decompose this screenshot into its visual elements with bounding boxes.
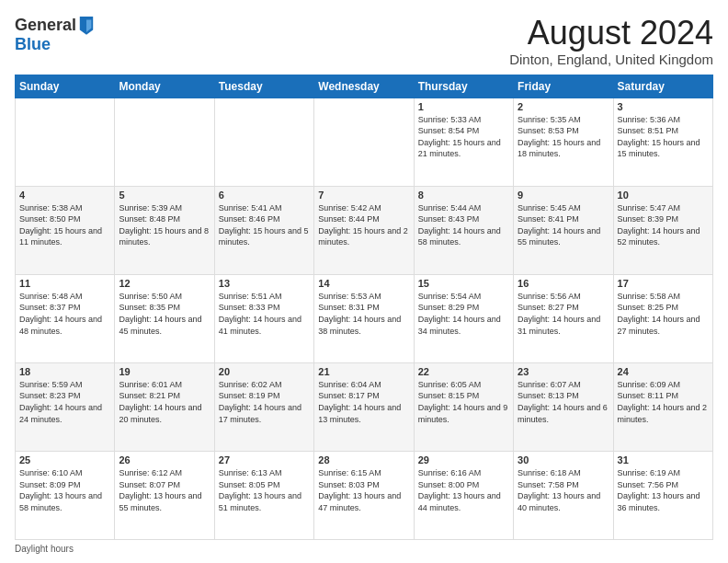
day-number: 3: [618, 101, 709, 112]
day-number: 23: [518, 366, 609, 377]
logo: General Blue: [15, 15, 95, 54]
day-cell: [314, 98, 414, 186]
day-info: Sunrise: 6:19 AM Sunset: 7:56 PM Dayligh…: [618, 467, 709, 513]
day-cell: 30Sunrise: 6:18 AM Sunset: 7:58 PM Dayli…: [514, 451, 613, 539]
day-cell: 15Sunrise: 5:54 AM Sunset: 8:29 PM Dayli…: [414, 274, 513, 362]
day-number: 4: [19, 190, 110, 201]
day-number: 15: [418, 278, 509, 289]
day-cell: 9Sunrise: 5:45 AM Sunset: 8:41 PM Daylig…: [514, 186, 613, 274]
day-info: Sunrise: 6:15 AM Sunset: 8:03 PM Dayligh…: [318, 467, 409, 513]
day-info: Sunrise: 6:16 AM Sunset: 8:00 PM Dayligh…: [418, 467, 509, 513]
day-cell: 6Sunrise: 5:41 AM Sunset: 8:46 PM Daylig…: [214, 186, 313, 274]
day-info: Sunrise: 6:12 AM Sunset: 8:07 PM Dayligh…: [119, 467, 210, 513]
logo-blue-text: Blue: [15, 35, 51, 53]
col-wednesday: Wednesday: [314, 75, 414, 98]
day-number: 6: [219, 190, 310, 201]
day-cell: 18Sunrise: 5:59 AM Sunset: 8:23 PM Dayli…: [16, 362, 115, 451]
day-cell: 5Sunrise: 5:39 AM Sunset: 8:48 PM Daylig…: [115, 186, 214, 274]
day-cell: 19Sunrise: 6:01 AM Sunset: 8:21 PM Dayli…: [115, 362, 214, 451]
day-cell: 3Sunrise: 5:36 AM Sunset: 8:51 PM Daylig…: [613, 98, 712, 186]
day-info: Sunrise: 5:41 AM Sunset: 8:46 PM Dayligh…: [219, 202, 310, 248]
day-number: 8: [418, 190, 509, 201]
day-number: 14: [318, 278, 409, 289]
title-block: August 2024 Dinton, England, United King…: [509, 15, 713, 67]
day-info: Sunrise: 6:07 AM Sunset: 8:13 PM Dayligh…: [518, 379, 609, 425]
day-number: 21: [318, 366, 409, 377]
footer-note: Daylight hours: [15, 544, 713, 554]
day-cell: 31Sunrise: 6:19 AM Sunset: 7:56 PM Dayli…: [613, 451, 712, 539]
logo-general-text: General: [15, 16, 76, 35]
day-info: Sunrise: 5:44 AM Sunset: 8:43 PM Dayligh…: [418, 202, 509, 248]
day-cell: [16, 98, 115, 186]
week-row-2: 11Sunrise: 5:48 AM Sunset: 8:37 PM Dayli…: [16, 274, 713, 362]
day-info: Sunrise: 5:48 AM Sunset: 8:37 PM Dayligh…: [19, 291, 110, 337]
day-cell: 4Sunrise: 5:38 AM Sunset: 8:50 PM Daylig…: [16, 186, 115, 274]
day-cell: 7Sunrise: 5:42 AM Sunset: 8:44 PM Daylig…: [314, 186, 414, 274]
day-cell: 26Sunrise: 6:12 AM Sunset: 8:07 PM Dayli…: [115, 451, 214, 539]
day-info: Sunrise: 6:13 AM Sunset: 8:05 PM Dayligh…: [219, 467, 310, 513]
page: General Blue August 2024 Dinton, England…: [0, 0, 728, 563]
day-cell: 21Sunrise: 6:04 AM Sunset: 8:17 PM Dayli…: [314, 362, 414, 451]
col-monday: Monday: [115, 75, 214, 98]
col-sunday: Sunday: [16, 75, 115, 98]
daylight-label: Daylight hours: [15, 544, 74, 554]
day-number: 31: [618, 454, 709, 465]
day-cell: 1Sunrise: 5:33 AM Sunset: 8:54 PM Daylig…: [414, 98, 513, 186]
day-number: 22: [418, 366, 509, 377]
col-thursday: Thursday: [414, 75, 513, 98]
day-info: Sunrise: 6:18 AM Sunset: 7:58 PM Dayligh…: [518, 467, 609, 513]
header: General Blue August 2024 Dinton, England…: [15, 15, 713, 67]
day-cell: 11Sunrise: 5:48 AM Sunset: 8:37 PM Dayli…: [16, 274, 115, 362]
day-number: 20: [219, 366, 310, 377]
day-info: Sunrise: 5:33 AM Sunset: 8:54 PM Dayligh…: [418, 114, 509, 160]
day-number: 7: [318, 190, 409, 201]
day-info: Sunrise: 6:09 AM Sunset: 8:11 PM Dayligh…: [618, 379, 709, 425]
day-number: 26: [119, 454, 210, 465]
day-number: 16: [518, 278, 609, 289]
day-info: Sunrise: 5:39 AM Sunset: 8:48 PM Dayligh…: [119, 202, 210, 248]
calendar-table: Sunday Monday Tuesday Wednesday Thursday…: [15, 75, 713, 540]
day-info: Sunrise: 6:04 AM Sunset: 8:17 PM Dayligh…: [318, 379, 409, 425]
day-cell: 22Sunrise: 6:05 AM Sunset: 8:15 PM Dayli…: [414, 362, 513, 451]
day-info: Sunrise: 5:54 AM Sunset: 8:29 PM Dayligh…: [418, 291, 509, 337]
col-tuesday: Tuesday: [214, 75, 313, 98]
week-row-1: 4Sunrise: 5:38 AM Sunset: 8:50 PM Daylig…: [16, 186, 713, 274]
day-info: Sunrise: 5:47 AM Sunset: 8:39 PM Dayligh…: [618, 202, 709, 248]
day-info: Sunrise: 5:36 AM Sunset: 8:51 PM Dayligh…: [618, 114, 709, 160]
day-number: 2: [518, 101, 609, 112]
day-number: 29: [418, 454, 509, 465]
day-info: Sunrise: 5:59 AM Sunset: 8:23 PM Dayligh…: [19, 379, 110, 425]
day-info: Sunrise: 5:45 AM Sunset: 8:41 PM Dayligh…: [518, 202, 609, 248]
day-number: 28: [318, 454, 409, 465]
day-number: 9: [518, 190, 609, 201]
day-info: Sunrise: 5:51 AM Sunset: 8:33 PM Dayligh…: [219, 291, 310, 337]
col-friday: Friday: [514, 75, 613, 98]
day-number: 18: [19, 366, 110, 377]
day-cell: [214, 98, 313, 186]
day-number: 24: [618, 366, 709, 377]
day-cell: 8Sunrise: 5:44 AM Sunset: 8:43 PM Daylig…: [414, 186, 513, 274]
day-number: 11: [19, 278, 110, 289]
col-saturday: Saturday: [613, 75, 712, 98]
day-cell: 28Sunrise: 6:15 AM Sunset: 8:03 PM Dayli…: [314, 451, 414, 539]
day-info: Sunrise: 5:53 AM Sunset: 8:31 PM Dayligh…: [318, 291, 409, 337]
day-cell: 2Sunrise: 5:35 AM Sunset: 8:53 PM Daylig…: [514, 98, 613, 186]
day-number: 25: [19, 454, 110, 465]
day-cell: 23Sunrise: 6:07 AM Sunset: 8:13 PM Dayli…: [514, 362, 613, 451]
day-info: Sunrise: 6:02 AM Sunset: 8:19 PM Dayligh…: [219, 379, 310, 425]
day-info: Sunrise: 5:56 AM Sunset: 8:27 PM Dayligh…: [518, 291, 609, 337]
day-number: 5: [119, 190, 210, 201]
day-cell: 14Sunrise: 5:53 AM Sunset: 8:31 PM Dayli…: [314, 274, 414, 362]
day-info: Sunrise: 5:42 AM Sunset: 8:44 PM Dayligh…: [318, 202, 409, 248]
day-number: 12: [119, 278, 210, 289]
day-cell: 25Sunrise: 6:10 AM Sunset: 8:09 PM Dayli…: [16, 451, 115, 539]
day-cell: 13Sunrise: 5:51 AM Sunset: 8:33 PM Dayli…: [214, 274, 313, 362]
day-cell: 27Sunrise: 6:13 AM Sunset: 8:05 PM Dayli…: [214, 451, 313, 539]
week-row-3: 18Sunrise: 5:59 AM Sunset: 8:23 PM Dayli…: [16, 362, 713, 451]
day-number: 27: [219, 454, 310, 465]
logo-icon: [78, 15, 95, 35]
day-cell: 24Sunrise: 6:09 AM Sunset: 8:11 PM Dayli…: [613, 362, 712, 451]
day-number: 17: [618, 278, 709, 289]
day-number: 13: [219, 278, 310, 289]
calendar-subtitle: Dinton, England, United Kingdom: [509, 52, 713, 67]
